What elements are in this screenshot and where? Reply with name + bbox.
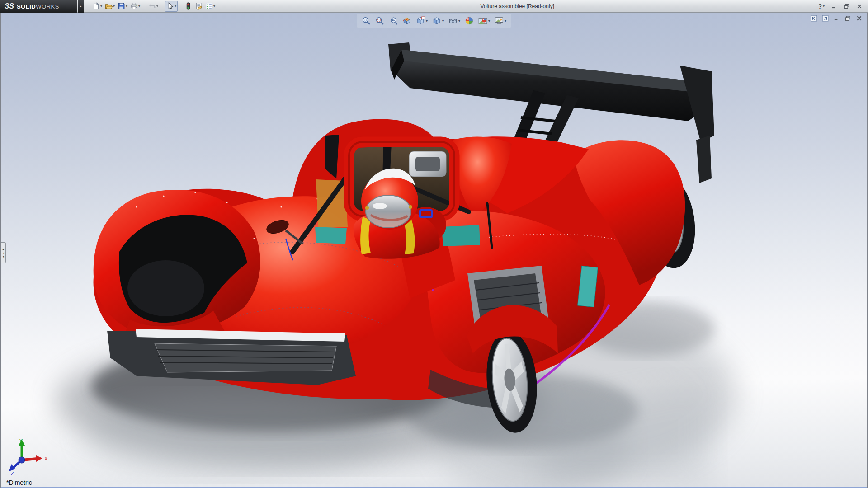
collapse-arrow-icon: ◂: [2, 248, 4, 251]
new-document-button[interactable]: ▾: [91, 1, 104, 12]
rebuild-button[interactable]: [183, 1, 193, 12]
dropdown-caret-icon[interactable]: ▾: [213, 4, 215, 8]
print-icon: [130, 2, 138, 10]
show-left-pane-button[interactable]: [811, 15, 817, 22]
doc-restore-button[interactable]: [844, 15, 851, 22]
document-window-controls: [811, 15, 863, 22]
select-cursor-icon: [166, 2, 174, 10]
view-settings-button[interactable]: ▾: [493, 15, 508, 27]
collapse-arrow-icon: ◂: [2, 255, 4, 258]
close-icon: [856, 15, 863, 22]
view-orientation-cube-icon: [416, 16, 425, 25]
rebuild-traffic-light-icon: [184, 2, 192, 10]
save-button[interactable]: ▾: [116, 1, 129, 12]
pane-left-icon: [811, 15, 817, 22]
dropdown-caret-icon[interactable]: ▾: [138, 4, 140, 8]
graphics-viewport[interactable]: ▾▾▾▾▾ ◂ ◂ ◂ Y X Z *Dimetric: [0, 13, 868, 488]
apply-scene-button[interactable]: ▾: [477, 15, 491, 27]
dropdown-caret-icon[interactable]: ▾: [126, 4, 127, 8]
display-style-button[interactable]: ▾: [431, 15, 445, 27]
restore-button[interactable]: [844, 3, 850, 9]
dropdown-caret-icon[interactable]: ▾: [156, 4, 158, 8]
previous-view-icon: [389, 16, 398, 25]
open-button[interactable]: ▾: [104, 1, 116, 12]
solidworks-logo-icon: ЗS: [5, 2, 14, 10]
select-button[interactable]: ▾: [165, 1, 178, 12]
file-properties-button[interactable]: [193, 1, 204, 12]
amber-side-window: [316, 179, 348, 228]
doc-close-button[interactable]: [856, 15, 863, 22]
show-right-pane-button[interactable]: [822, 15, 829, 22]
appearance-ball-icon: [465, 16, 474, 25]
options-button[interactable]: ▾: [204, 1, 217, 12]
dropdown-caret-icon[interactable]: ▾: [113, 4, 115, 8]
open-folder-icon: [105, 2, 113, 10]
dropdown-caret-icon[interactable]: ▾: [175, 4, 176, 8]
zoom-to-area-icon: [375, 16, 384, 25]
minimize-icon: [831, 3, 837, 9]
options-checklist-icon: [205, 2, 213, 10]
dropdown-caret-icon[interactable]: ▾: [505, 19, 506, 23]
triad-y-label: Y: [19, 438, 23, 444]
edit-appearance-button[interactable]: [463, 15, 475, 27]
restore-icon: [844, 15, 851, 22]
titlebar-controls: ?▾: [818, 3, 868, 10]
dropdown-caret-icon[interactable]: ▾: [823, 4, 825, 8]
previous-view-button[interactable]: [387, 15, 399, 27]
close-button[interactable]: [856, 3, 863, 9]
help-button[interactable]: ?▾: [818, 3, 825, 10]
help-icon: ?: [818, 3, 822, 10]
rear-view-mirror: [409, 151, 446, 177]
view-orientation-label: *Dimetric: [6, 479, 32, 486]
triad-x-label: X: [44, 456, 48, 461]
triad-z-label: Z: [11, 471, 14, 476]
view-settings-icon: [495, 16, 504, 25]
new-document-icon: [92, 2, 100, 10]
collapse-arrow-icon: ◂: [2, 251, 4, 254]
window-title: Voiture assomblee [Read-only]: [217, 3, 818, 9]
section-view-icon: [402, 16, 411, 25]
standard-toolbar: ▾▾▾▾▾▾▾: [91, 1, 217, 12]
dropdown-caret-icon[interactable]: ▾: [100, 4, 102, 8]
dropdown-caret-icon[interactable]: ▾: [442, 19, 444, 23]
undo-button[interactable]: ▾: [147, 1, 160, 12]
eyeglasses-icon: [448, 16, 458, 25]
titlebar: ЗS SOLIDWORKS ▸ ▾▾▾▾▾▾▾ Voiture assomble…: [0, 0, 868, 13]
zoom-to-fit-button[interactable]: [360, 15, 372, 27]
close-icon: [856, 3, 863, 9]
zoom-to-area-button[interactable]: [374, 15, 386, 27]
solidworks-logo: ЗS SOLIDWORKS: [0, 0, 77, 13]
section-view-button[interactable]: [401, 15, 413, 27]
restore-icon: [844, 3, 850, 9]
dropdown-caret-icon[interactable]: ▾: [458, 19, 460, 23]
view-orientation-button[interactable]: ▾: [415, 15, 429, 27]
solidworks-wordmark: SOLIDWORKS: [17, 2, 59, 10]
panel-collapse-handle[interactable]: ◂ ◂ ◂: [1, 242, 6, 263]
display-style-cube-icon: [432, 16, 441, 25]
hide-show-items-button[interactable]: ▾: [447, 15, 462, 27]
headsup-view-toolbar: ▾▾▾▾▾: [357, 14, 511, 28]
model-scene: [1, 13, 867, 488]
dropdown-caret-icon[interactable]: ▾: [426, 19, 428, 23]
menu-expand-arrow-icon[interactable]: ▸: [78, 0, 84, 13]
reference-triad: Y X Z: [5, 437, 50, 476]
dropdown-caret-icon[interactable]: ▾: [488, 19, 490, 23]
apply-scene-icon: [478, 16, 487, 25]
print-button[interactable]: ▾: [129, 1, 142, 12]
pane-right-icon: [822, 15, 829, 22]
file-properties-icon: [195, 2, 203, 10]
undo-icon: [148, 2, 156, 10]
minimize-button[interactable]: [831, 3, 837, 9]
minimize-icon: [833, 15, 840, 22]
doc-minimize-button[interactable]: [833, 15, 840, 22]
zoom-to-fit-icon: [362, 16, 371, 25]
save-icon: [118, 2, 125, 10]
